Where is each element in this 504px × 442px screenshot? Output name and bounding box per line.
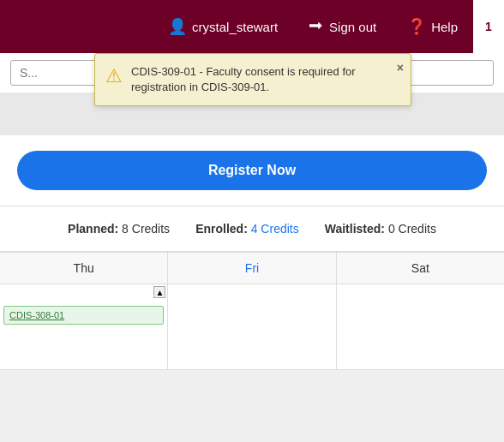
signout-label: Sign out [329, 20, 376, 34]
scroll-up-indicator[interactable]: ▲ [153, 286, 165, 298]
calendar-col-sat [337, 284, 504, 369]
user-menu[interactable]: 👤 crystal_stewart [153, 0, 293, 53]
calendar-header-sat: Sat [337, 253, 504, 284]
calendar-col-fri [168, 284, 336, 369]
calendar-body: ▲ CDIS-308-01 [0, 284, 504, 370]
signout-button[interactable]: ⮕ Sign out [293, 0, 392, 53]
enrolled-label: Enrolled: [195, 222, 248, 236]
notification-badge[interactable]: 1 [473, 0, 504, 53]
enrolled-value: 4 Credits [251, 222, 299, 236]
course-card-cdis308: CDIS-308-01 [3, 306, 164, 325]
register-now-button[interactable]: Register Now [17, 151, 487, 190]
waitlisted-credits: Waitlisted: 0 Credits [325, 222, 436, 236]
alert-close-button[interactable]: × [397, 61, 404, 75]
credits-summary: Planned: 8 Credits Enrolled: 4 Credits W… [0, 206, 504, 252]
calendar-header-fri: Fri [168, 253, 336, 284]
waitlisted-value: 0 Credits [388, 222, 436, 236]
waitlisted-label: Waitlisted: [325, 222, 385, 236]
help-icon: ❓ [407, 17, 426, 36]
user-icon: 👤 [168, 17, 187, 36]
help-label: Help [431, 20, 458, 34]
course-link-cdis308[interactable]: CDIS-308-01 [9, 310, 64, 320]
signout-icon: ⮕ [309, 18, 324, 36]
warning-icon: ⚠ [105, 65, 123, 87]
alert-message: CDIS-309-01 - Faculty consent is require… [131, 64, 385, 95]
planned-value: 8 Credits [122, 222, 170, 236]
register-section: Register Now [0, 135, 504, 206]
top-navigation: 👤 crystal_stewart ⮕ Sign out ❓ Help 1 [0, 0, 504, 53]
calendar-header: Thu Fri Sat [0, 252, 504, 284]
help-button[interactable]: ❓ Help [392, 0, 473, 53]
planned-label: Planned: [68, 222, 118, 236]
planned-credits: Planned: 8 Credits [68, 222, 170, 236]
calendar-col-thu: ▲ CDIS-308-01 [0, 284, 168, 369]
enrolled-credits: Enrolled: 4 Credits [195, 222, 299, 236]
calendar-header-thu: Thu [0, 253, 168, 284]
alert-banner: ⚠ CDIS-309-01 - Faculty consent is requi… [94, 53, 411, 106]
username-label: crystal_stewart [192, 20, 278, 34]
badge-count: 1 [485, 20, 492, 33]
